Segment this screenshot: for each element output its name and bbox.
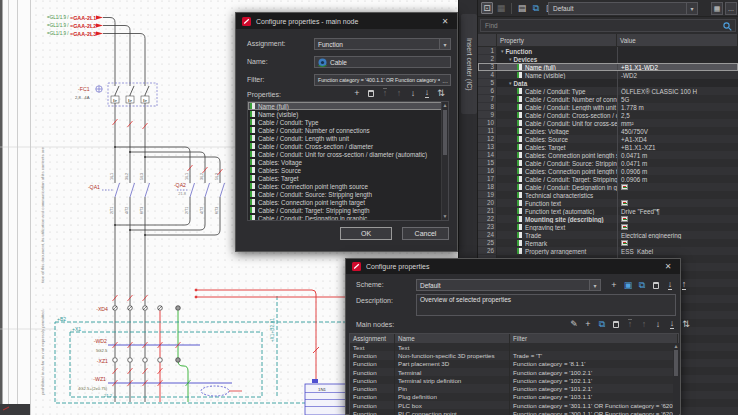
property-row[interactable]: 15Cable / Conduit: Source: Stripping ...… bbox=[478, 159, 738, 167]
property-row[interactable]: 11Cables: Voltage450/750V bbox=[478, 127, 738, 135]
table-scrollbar[interactable]: ▲ bbox=[673, 343, 679, 415]
multiline-text-icon[interactable] bbox=[621, 184, 628, 190]
move-to-beginning-icon[interactable]: ↑ bbox=[379, 87, 391, 99]
property-row[interactable]: 21Function text (automatic)Drive "Feed"¶ bbox=[478, 207, 738, 215]
property-list-item[interactable]: Cables: Voltage bbox=[248, 158, 448, 166]
invert-order-icon[interactable]: ⇅ bbox=[680, 318, 692, 330]
property-list-item[interactable]: Cable / Conduit: Number of connections bbox=[248, 126, 448, 134]
main-node-row[interactable]: FunctionNon-function-specific 3D propert… bbox=[350, 351, 678, 359]
property-row[interactable]: 7Cable / Conduit: Number of conne...5G bbox=[478, 95, 738, 103]
save-scheme-icon[interactable]: ▣ bbox=[622, 279, 634, 291]
property-list-item[interactable]: Cable / Conduit: Target: Stripping lengt… bbox=[248, 206, 448, 214]
list-view-icon[interactable]: ▦ bbox=[495, 2, 507, 14]
ok-button[interactable]: OK bbox=[340, 227, 392, 240]
edit-icon[interactable]: ✎ bbox=[568, 318, 580, 330]
property-list-item[interactable]: Cable / Conduit: Unit for cross-section … bbox=[248, 150, 448, 158]
insert-center-tab[interactable]: Insert center (IC) bbox=[461, 14, 477, 114]
property-row[interactable]: 16Cables: Connection point length ta...0… bbox=[478, 167, 738, 175]
property-column-header[interactable]: Property bbox=[497, 34, 617, 46]
property-row[interactable]: 20Function text bbox=[478, 199, 738, 207]
move-to-beginning-icon[interactable]: ↑ bbox=[624, 318, 636, 330]
property-list-item[interactable]: Cables: Source bbox=[248, 166, 448, 174]
delete-icon[interactable] bbox=[610, 318, 622, 330]
main-node-row[interactable]: FunctionPinFunction category = '101.2.1' bbox=[350, 384, 678, 392]
dialog2-titlebar[interactable]: Configure properties ✕ bbox=[346, 259, 680, 274]
multiline-text-icon[interactable] bbox=[621, 240, 628, 246]
description-textarea[interactable]: Overview of selected properties bbox=[416, 294, 676, 316]
property-row[interactable]: 22Mounting site (describing) bbox=[478, 215, 738, 223]
move-up-icon[interactable]: ↑ bbox=[393, 87, 405, 99]
row-number-header[interactable] bbox=[478, 34, 497, 46]
assignment-dropdown[interactable]: Function ▾ bbox=[314, 38, 451, 50]
chevron-down-icon[interactable]: ▾ bbox=[439, 39, 450, 49]
property-row[interactable]: 26Property arrangementESS_Kabel bbox=[478, 247, 738, 255]
property-list-item[interactable]: Name (full) bbox=[248, 102, 448, 110]
property-row[interactable]: 18Cable / Conduit: Designation in gr... bbox=[478, 183, 738, 191]
chevron-down-icon[interactable]: ▾ bbox=[589, 280, 600, 290]
add-icon[interactable]: + bbox=[582, 318, 594, 330]
new-property-icon[interactable]: ▤ bbox=[516, 2, 528, 14]
multiline-text-icon[interactable] bbox=[621, 200, 628, 206]
new-scheme-icon[interactable]: + bbox=[608, 279, 620, 291]
property-row[interactable]: 2▾Devices bbox=[478, 55, 738, 63]
assignment-column-header[interactable]: Assignment bbox=[350, 334, 395, 343]
copy-properties-icon[interactable]: ⧉ bbox=[530, 2, 542, 14]
property-row[interactable]: 23Engraving text bbox=[478, 223, 738, 231]
property-list-item[interactable]: Cable / Conduit: Cross-section / diamete… bbox=[248, 142, 448, 150]
property-row[interactable]: 17Cable / Conduit: Target: Stripping l..… bbox=[478, 175, 738, 183]
property-list-item[interactable]: Cables: Target bbox=[248, 174, 448, 182]
delete-icon[interactable] bbox=[365, 87, 377, 99]
panel-scheme-combobox[interactable]: Default ▾ bbox=[548, 2, 698, 15]
more-options-button[interactable]: ... bbox=[725, 2, 737, 15]
dialog1-titlebar[interactable]: Configure properties - main node ✕ bbox=[236, 13, 457, 29]
close-icon[interactable]: ✕ bbox=[662, 262, 674, 271]
main-node-row[interactable]: FunctionTerminal strip definitionFunctio… bbox=[350, 376, 678, 384]
move-down-icon[interactable]: ↓ bbox=[652, 318, 664, 330]
property-row[interactable]: 14Cables: Connection point length s...0.… bbox=[478, 151, 738, 159]
move-down-icon[interactable]: ↓ bbox=[407, 87, 419, 99]
add-icon[interactable]: + bbox=[351, 87, 363, 99]
invert-order-icon[interactable]: ⇅ bbox=[435, 87, 447, 99]
property-row[interactable]: 5▾Data bbox=[478, 79, 738, 87]
close-icon[interactable]: ✕ bbox=[439, 17, 451, 26]
move-to-end-icon[interactable]: ↓ bbox=[421, 87, 433, 99]
main-node-row[interactable]: FunctionPLC connection pointFunction cat… bbox=[350, 409, 678, 415]
property-row[interactable]: 6Cable / Conduit: TypeÖLFLEX® CLASSIC 10… bbox=[478, 87, 738, 95]
property-row[interactable]: 4Name (visible)-WD2 bbox=[478, 71, 738, 79]
property-list-item[interactable]: Cable / Conduit: Type bbox=[248, 118, 448, 126]
copy-icon[interactable]: ⧉ bbox=[596, 318, 608, 330]
move-up-icon[interactable]: ↑ bbox=[638, 318, 650, 330]
property-row[interactable]: 1▾Function bbox=[478, 47, 738, 55]
cancel-button[interactable]: Cancel bbox=[402, 227, 449, 240]
main-node-row[interactable]: FunctionPart placement 3DFunction catego… bbox=[350, 360, 678, 368]
value-column-header[interactable]: Value bbox=[617, 34, 738, 46]
property-list-item[interactable]: Cable / Conduit: Source: Stripping lengt… bbox=[248, 190, 448, 198]
main-node-row[interactable]: FunctionPLC boxFunction category = '301.… bbox=[350, 401, 678, 409]
property-row[interactable]: 25Remark bbox=[478, 239, 738, 247]
scheme-settings-button[interactable]: ▦ bbox=[711, 2, 723, 15]
search-icon[interactable] bbox=[723, 22, 732, 31]
property-row[interactable]: 8Cable / Conduit: Length with unit1.778 … bbox=[478, 103, 738, 111]
main-node-row[interactable]: TextText bbox=[350, 343, 678, 351]
list-scrollbar[interactable]: ▲▼ bbox=[441, 102, 448, 220]
property-row[interactable]: 10Cable / Conduit: Unit for cross-sec...… bbox=[478, 119, 738, 127]
property-list-item[interactable]: Cable / Conduit: Designation in graphic bbox=[248, 214, 448, 221]
tree-selection-icon[interactable]: ⊡ bbox=[481, 2, 493, 14]
browse-button[interactable]: ... bbox=[440, 77, 448, 84]
property-row[interactable]: 3Name (full)+B1.X1-WD2 bbox=[478, 63, 738, 71]
find-input[interactable] bbox=[481, 20, 735, 31]
property-row[interactable]: 19Technical characteristics bbox=[478, 191, 738, 199]
property-list-item[interactable]: Cables: Connection point length target bbox=[248, 198, 448, 206]
scheme-dropdown[interactable]: Default ▾ bbox=[416, 279, 601, 291]
main-node-row[interactable]: FunctionPlug definitionFunction category… bbox=[350, 393, 678, 401]
import-scheme-icon[interactable]: ↓ bbox=[664, 279, 676, 291]
copy-scheme-icon[interactable]: ⧉ bbox=[636, 279, 648, 291]
property-list-item[interactable]: Cables: Connection point length source bbox=[248, 182, 448, 190]
property-row[interactable]: 12Cables: Source+A1-XD4 bbox=[478, 135, 738, 143]
multiline-text-icon[interactable] bbox=[621, 224, 628, 230]
main-node-row[interactable]: FunctionTerminalFunction category = '100… bbox=[350, 368, 678, 376]
name-column-header[interactable]: Name bbox=[395, 334, 510, 343]
property-row[interactable]: 24TradeElectrical engineering bbox=[478, 231, 738, 239]
export-scheme-icon[interactable]: ↑ bbox=[678, 279, 690, 291]
delete-scheme-icon[interactable] bbox=[650, 279, 662, 291]
